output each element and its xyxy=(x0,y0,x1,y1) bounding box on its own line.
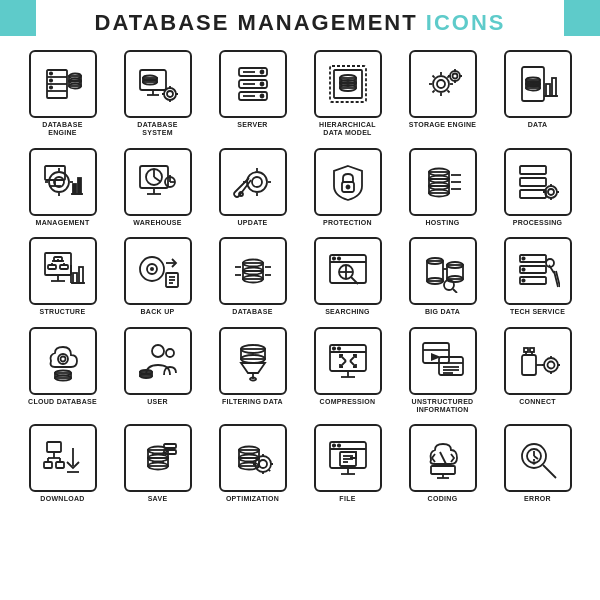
icon-label: DATABASE xyxy=(232,308,272,316)
icon-big-data: BIG DATA xyxy=(395,233,490,318)
icon-searching: SEARCHING xyxy=(300,233,395,318)
svg-point-166 xyxy=(522,268,524,270)
icon-label: CLOUD DATABASE xyxy=(28,398,97,406)
svg-point-40 xyxy=(433,76,449,92)
svg-rect-72 xyxy=(78,178,81,194)
page-title: DATABASE MANAGEMENT ICONS xyxy=(95,10,506,36)
svg-rect-198 xyxy=(423,343,449,363)
svg-rect-223 xyxy=(44,462,52,468)
svg-rect-71 xyxy=(73,184,76,194)
svg-point-4 xyxy=(49,72,51,74)
icon-database-system: DATABASE SYSTEM xyxy=(110,46,205,140)
icon-database: DATABASE xyxy=(205,233,300,318)
svg-rect-107 xyxy=(520,190,546,198)
svg-point-148 xyxy=(337,257,339,259)
icon-user: USER xyxy=(110,323,205,417)
svg-rect-206 xyxy=(522,355,536,375)
icon-label: DATABASE SYSTEM xyxy=(123,121,193,138)
svg-point-165 xyxy=(522,257,524,259)
icon-update: UPDATE xyxy=(205,144,300,229)
icon-label: PROCESSING xyxy=(513,219,563,227)
svg-point-190 xyxy=(332,347,334,349)
icon-label: MANAGEMENT xyxy=(36,219,90,227)
icon-label: USER xyxy=(147,398,168,406)
icon-compression: COMPRESSION xyxy=(300,323,395,417)
icon-label: DOWNLOAD xyxy=(40,495,84,503)
icon-connect: CONNECT xyxy=(490,323,585,417)
svg-line-46 xyxy=(432,76,434,78)
page-header: DATABASE MANAGEMENT ICONS xyxy=(15,10,585,36)
icon-download: DOWNLOAD xyxy=(15,420,110,505)
svg-point-269 xyxy=(533,463,535,465)
svg-point-27 xyxy=(260,71,263,74)
icon-error: ERROR xyxy=(490,420,585,505)
icon-label: SEARCHING xyxy=(325,308,370,316)
icon-label: UPDATE xyxy=(237,219,267,227)
svg-point-29 xyxy=(260,95,263,98)
icon-optimization: OPTIMIZATION xyxy=(205,420,300,505)
svg-point-242 xyxy=(259,460,267,468)
icon-file: FILE xyxy=(300,420,395,505)
icon-unstructured-information: UNSTRUCTURED INFORMATION xyxy=(395,323,490,417)
svg-point-41 xyxy=(437,80,445,88)
icon-label: OPTIMIZATION xyxy=(226,495,279,503)
svg-point-5 xyxy=(49,79,51,81)
svg-line-47 xyxy=(447,90,449,92)
icon-data: DATA xyxy=(490,46,585,140)
svg-rect-209 xyxy=(524,348,528,352)
svg-point-176 xyxy=(60,356,65,361)
svg-point-177 xyxy=(152,345,164,357)
icon-database-engine: DATABASE ENGINE xyxy=(15,46,110,140)
svg-point-147 xyxy=(332,257,334,259)
icon-processing: PROCESSING xyxy=(490,144,585,229)
svg-marker-185 xyxy=(241,363,265,373)
svg-rect-105 xyxy=(520,166,546,174)
svg-point-191 xyxy=(337,347,339,349)
icon-label: HIERARCHICAL DATA MODEL xyxy=(313,121,383,138)
icon-label: UNSTRUCTURED INFORMATION xyxy=(408,398,478,415)
svg-point-16 xyxy=(167,91,173,97)
page: DATABASE MANAGEMENT ICONS xyxy=(0,0,600,600)
svg-line-248 xyxy=(268,470,269,471)
svg-line-49 xyxy=(432,90,434,92)
icon-label: SAVE xyxy=(148,495,168,503)
svg-point-94 xyxy=(346,185,349,188)
icon-label: BIG DATA xyxy=(425,308,460,316)
icon-label: WAREHOUSE xyxy=(133,219,182,227)
icon-coding: CODING xyxy=(395,420,490,505)
icon-back-up: BACK UP xyxy=(110,233,205,318)
icon-server: SERVER xyxy=(205,46,300,140)
icon-label: CONNECT xyxy=(519,398,556,406)
svg-rect-124 xyxy=(73,273,77,283)
icon-label: SERVER xyxy=(237,121,267,129)
icon-save: SAVE xyxy=(110,420,205,505)
svg-rect-224 xyxy=(56,462,64,468)
svg-line-247 xyxy=(255,457,256,458)
svg-point-15 xyxy=(164,88,176,100)
svg-point-212 xyxy=(544,358,558,372)
svg-point-6 xyxy=(49,86,51,88)
svg-rect-122 xyxy=(48,265,56,269)
svg-point-213 xyxy=(547,361,554,368)
svg-point-28 xyxy=(260,83,263,86)
svg-point-167 xyxy=(522,279,524,281)
svg-rect-183 xyxy=(241,349,265,359)
svg-point-50 xyxy=(450,71,460,81)
svg-point-178 xyxy=(166,349,174,357)
icon-label: ERROR xyxy=(524,495,551,503)
icon-storage-engine: STORAGE ENGINE xyxy=(395,46,490,140)
svg-line-82 xyxy=(154,177,161,182)
icon-tech-service: TECH SERVICE xyxy=(490,233,585,318)
svg-rect-234 xyxy=(164,444,176,448)
svg-point-109 xyxy=(548,189,554,195)
icon-hosting: HOSTING xyxy=(395,144,490,229)
icon-warehouse: WAREHOUSE xyxy=(110,144,205,229)
svg-point-130 xyxy=(150,267,154,271)
icon-filtering-data: FILTERING DATA xyxy=(205,323,300,417)
svg-line-264 xyxy=(543,465,556,478)
svg-rect-63 xyxy=(552,78,556,96)
icon-label: HOSTING xyxy=(426,219,460,227)
icon-label: STORAGE ENGINE xyxy=(409,121,476,129)
svg-rect-62 xyxy=(546,84,550,96)
svg-rect-33 xyxy=(330,66,366,102)
